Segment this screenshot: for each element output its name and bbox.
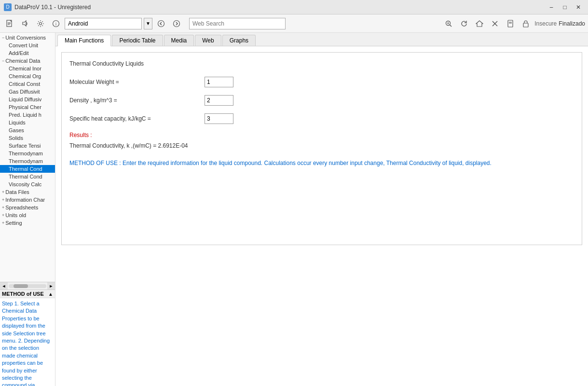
sidebar-item-gases[interactable]: Gases [0,126,55,134]
info-button[interactable]: i [49,17,63,30]
tree-label: Convert Unit [9,42,38,48]
section-title: Thermal Conductivity Liquids [69,60,574,67]
density-input[interactable] [205,95,233,106]
hscroll-thumb[interactable] [14,284,28,288]
svg-rect-17 [508,20,513,27]
home-button[interactable] [473,17,486,30]
sidebar-item-solids[interactable]: Solids [0,134,55,142]
zoom-icon [445,20,452,28]
tabs-bar: Main Functions Periodic Table Media Web … [55,33,588,46]
address-input[interactable] [65,18,142,29]
sidebar-item-thermal-cond-selected[interactable]: Thermal Cond [0,165,55,173]
home-icon [476,20,483,28]
zoom-button[interactable] [442,17,455,30]
svg-rect-20 [523,23,528,27]
sidebar-item-thermal-cond2[interactable]: Thermal Cond [0,173,55,180]
sound-button[interactable] [18,17,32,30]
tree-label: Thermodynam [9,158,43,164]
main-layout: − Unit Conversions Convert Unit Add/Edit… [0,33,588,386]
sidebar-tree: − Unit Conversions Convert Unit Add/Edit… [0,33,55,282]
address-bar: ▼ [65,18,152,29]
sidebar-item-gas-diffusivit[interactable]: Gas Diffusivit [0,88,55,96]
specific-heat-input[interactable] [205,113,233,124]
molecular-weight-input[interactable] [205,77,233,87]
lock-button[interactable] [519,17,533,30]
new-button[interactable] [3,17,16,30]
sidebar-item-chemical-inor[interactable]: Chemical Inor [0,65,55,72]
tree-label: Gas Diffusivit [9,89,40,95]
sidebar-item-data-files[interactable]: + Data Files [0,188,55,196]
sidebar-item-chemical-data[interactable]: − Chemical Data [0,57,55,65]
sidebar-item-thermodynam2[interactable]: Thermodynam [0,157,55,165]
tab-graphs[interactable]: Graphs [222,35,256,46]
expand-icon: + [2,221,4,225]
tab-web[interactable]: Web [195,35,221,46]
new-icon [6,20,14,28]
finalizado-text: Finalizado [559,20,585,27]
hscroll-right-button[interactable]: ► [47,282,55,290]
minimize-button[interactable]: – [546,3,557,12]
maximize-button[interactable]: □ [559,3,571,12]
sidebar-item-critical-const[interactable]: Critical Const [0,80,55,88]
sidebar-item-setting[interactable]: + Setting [0,219,55,227]
sidebar-item-viscosity-calc[interactable]: Viscosity Calc [0,180,55,188]
svg-point-8 [158,20,164,27]
back-button[interactable] [154,17,168,30]
bookmark-button[interactable] [504,17,517,30]
svg-point-9 [174,20,180,27]
tab-main-functions[interactable]: Main Functions [57,35,111,46]
lock-icon [522,20,530,28]
sidebar-hscroll: ◄ ► [0,282,55,290]
expand-icon: + [2,197,4,202]
sidebar-item-liquids[interactable]: Liquids [0,119,55,126]
tree-label: Liquids [9,120,26,125]
bookmark-icon [506,20,514,28]
settings-button[interactable] [34,17,47,30]
hscroll-left-button[interactable]: ◄ [0,282,8,290]
svg-marker-4 [23,21,26,26]
title-bar-title: DataProV 10.1 - Unregistered [14,4,91,11]
tree-label: Thermodynam [9,151,43,156]
sidebar-item-physical-cher[interactable]: Physical Cher [0,103,55,111]
tab-media[interactable]: Media [164,35,194,46]
sidebar-item-chemical-org[interactable]: Chemical Org [0,72,55,80]
specific-heat-label: Specific heat capacity, kJ/kgC = [69,115,205,122]
sidebar-item-liquid-diffusiv[interactable]: Liquid Diffusiv [0,96,55,103]
stop-button[interactable] [488,17,502,30]
sidebar-item-convert-unit[interactable]: Convert Unit [0,41,55,49]
specific-heat-row: Specific heat capacity, kJ/kgC = [69,113,574,124]
sidebar-item-info-charts[interactable]: + Information Char [0,196,55,204]
sidebar-item-thermodynam1[interactable]: Thermodynam [0,150,55,157]
sidebar-item-units-old[interactable]: + Units old [0,211,55,219]
sidebar-item-pred-liquid[interactable]: Pred. Liquid h [0,111,55,119]
forward-button[interactable] [170,17,183,30]
toolbar: i ▼ Insecure Finalizado [0,14,588,33]
density-label: Density , kg/m^3 = [69,97,205,104]
stop-icon [491,20,499,28]
results-value: Thermal Conductivity, k ,(w/mC) = 2.6912… [69,142,574,149]
close-button[interactable]: ✕ [573,3,584,12]
app-icon: D [4,3,12,11]
collapse-icon[interactable]: ▲ [48,291,53,297]
tree-label: Add/Edit [9,50,29,56]
tree-label: Information Char [5,197,45,203]
tree-label: Chemical Org [9,73,41,79]
tree-label: Data Files [5,189,29,195]
density-row: Density , kg/m^3 = [69,95,574,106]
sidebar-bottom-title: METHOD of USE [2,291,44,297]
hscroll-track [9,284,46,288]
tree-label: Thermal Cond [9,174,42,179]
tab-periodic-table[interactable]: Periodic Table [112,35,163,46]
title-bar-controls: – □ ✕ [546,3,584,12]
expand-icon: − [2,58,4,63]
sidebar-item-spreadsheets[interactable]: + Spreadsheets [0,204,55,211]
sidebar-item-add-edit[interactable]: Add/Edit [0,49,55,57]
search-input[interactable] [189,18,286,29]
tree-label: Thermal Cond [9,166,42,172]
info-icon: i [52,20,60,28]
address-dropdown[interactable]: ▼ [144,18,152,29]
sidebar-item-surface-tensi[interactable]: Surface Tensi [0,142,55,150]
expand-icon: + [2,190,4,194]
refresh-button[interactable] [457,17,471,30]
sidebar-item-unit-conversions[interactable]: − Unit Conversions [0,34,55,41]
